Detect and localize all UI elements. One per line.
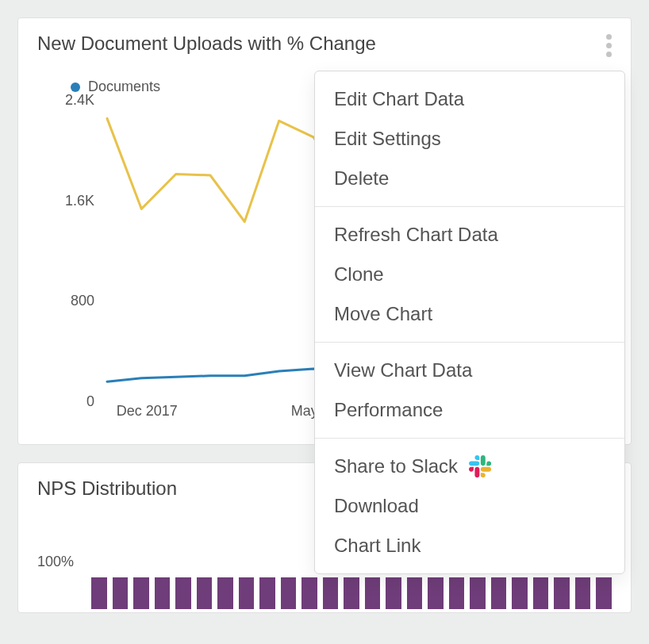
nps-bar xyxy=(175,577,191,609)
menu-item-label: Share to Slack xyxy=(334,455,458,477)
y-tick: 0 xyxy=(37,393,94,410)
nps-bar xyxy=(365,577,381,609)
nps-bar xyxy=(596,577,612,609)
nps-bar xyxy=(217,577,233,609)
y-tick: 2.4K xyxy=(37,92,94,109)
nps-bar xyxy=(554,577,570,609)
x-tick: Dec 2017 xyxy=(117,403,178,420)
nps-bar xyxy=(449,577,465,609)
y-tick: 1.6K xyxy=(37,192,94,209)
nps-bar xyxy=(197,577,213,609)
menu-item-delete[interactable]: Delete xyxy=(315,159,624,198)
chart-title: New Document Uploads with % Change xyxy=(37,33,612,55)
menu-group: Edit Chart DataEdit SettingsDelete xyxy=(315,71,624,207)
menu-item-label: Refresh Chart Data xyxy=(334,224,498,246)
menu-item-label: Chart Link xyxy=(334,535,421,557)
chart-context-menu: Edit Chart DataEdit SettingsDeleteRefres… xyxy=(314,71,625,574)
menu-item-label: Download xyxy=(334,495,419,517)
nps-bar xyxy=(491,577,507,609)
nps-bar xyxy=(239,577,255,609)
menu-item-chart_link[interactable]: Chart Link xyxy=(315,526,624,565)
nps-bar xyxy=(155,577,171,609)
y-axis: 2.4K 1.6K 800 0 xyxy=(37,100,99,401)
menu-item-clone[interactable]: Clone xyxy=(315,255,624,294)
menu-item-refresh[interactable]: Refresh Chart Data xyxy=(315,215,624,255)
kebab-dot-icon xyxy=(606,43,612,48)
nps-bar xyxy=(344,577,359,609)
menu-item-label: Move Chart xyxy=(334,303,432,325)
slack-icon xyxy=(469,455,491,477)
y-tick: 800 xyxy=(37,293,94,309)
menu-item-label: Clone xyxy=(334,263,384,286)
nps-bar xyxy=(323,577,339,609)
nps-bar xyxy=(512,577,528,609)
nps-bar xyxy=(301,577,317,609)
menu-group: View Chart DataPerformance xyxy=(315,343,624,439)
menu-item-edit_data[interactable]: Edit Chart Data xyxy=(315,79,624,119)
menu-item-edit_settings[interactable]: Edit Settings xyxy=(315,119,624,159)
nps-bar xyxy=(470,577,486,609)
nps-bar xyxy=(133,577,149,609)
menu-item-performance[interactable]: Performance xyxy=(315,390,624,430)
nps-bar xyxy=(428,577,444,609)
nps-bar xyxy=(91,577,107,609)
chart-menu-button[interactable] xyxy=(601,29,616,62)
menu-item-download[interactable]: Download xyxy=(315,486,624,526)
menu-group: Share to SlackDownloadChart Link xyxy=(315,439,624,573)
menu-item-label: Delete xyxy=(334,167,389,190)
menu-item-view_data[interactable]: View Chart Data xyxy=(315,351,624,390)
nps-bar xyxy=(259,577,275,609)
menu-group: Refresh Chart DataCloneMove Chart xyxy=(315,207,624,343)
kebab-dot-icon xyxy=(606,34,612,40)
menu-item-move[interactable]: Move Chart xyxy=(315,294,624,334)
menu-item-label: Edit Settings xyxy=(334,128,441,150)
kebab-dot-icon xyxy=(606,52,612,57)
nps-bar xyxy=(533,577,549,609)
nps-bar xyxy=(407,577,423,609)
nps-bar xyxy=(113,577,129,609)
menu-item-label: Edit Chart Data xyxy=(334,88,464,110)
legend-dot-icon xyxy=(71,82,80,92)
menu-item-share_slack[interactable]: Share to Slack xyxy=(315,447,624,486)
menu-item-label: Performance xyxy=(334,399,443,421)
nps-bar xyxy=(281,577,297,609)
nps-bar xyxy=(575,577,591,609)
menu-item-label: View Chart Data xyxy=(334,359,472,381)
nps-bar xyxy=(386,577,401,609)
nps-y-label: 100% xyxy=(37,554,74,570)
legend-label: Documents xyxy=(88,79,160,95)
